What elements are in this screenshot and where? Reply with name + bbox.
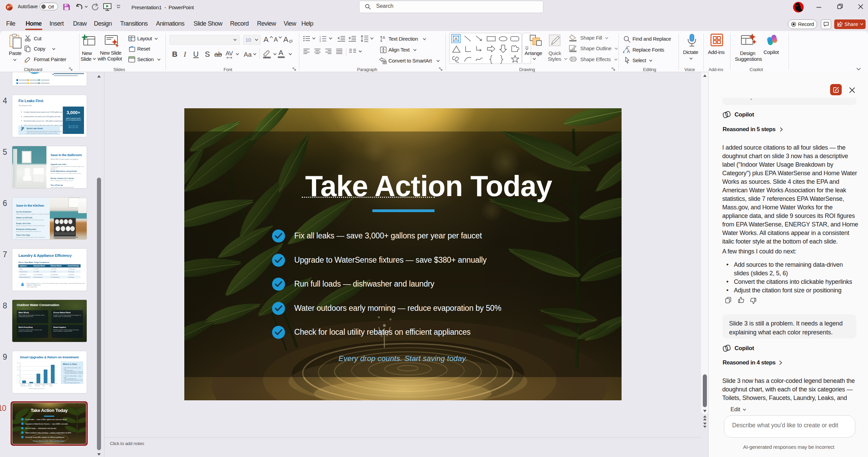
svg-text:A: A bbox=[627, 49, 630, 54]
svg-text:A: A bbox=[383, 36, 385, 40]
svg-text:P: P bbox=[7, 5, 10, 9]
svg-text:A: A bbox=[455, 37, 457, 41]
svg-text:3: 3 bbox=[319, 40, 321, 42]
svg-text:AV: AV bbox=[226, 51, 233, 57]
